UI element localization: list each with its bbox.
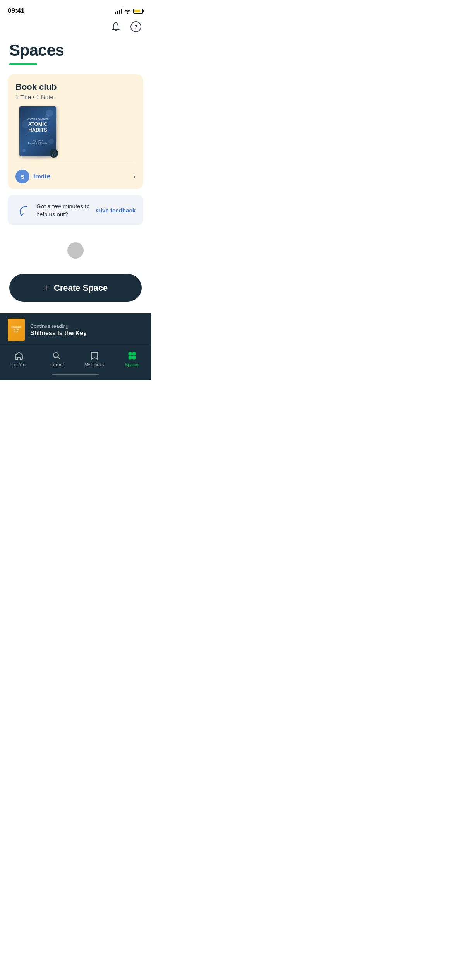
search-icon [51,351,62,361]
feedback-text-area: Got a few minutes to help us out? [36,202,91,218]
tab-explore-label: Explore [50,362,64,367]
help-icon: ? [130,21,142,33]
continue-label: Continue reading [30,323,143,329]
continue-book-cover-text: STILLNESSIS THEKEY [12,326,21,333]
give-feedback-link[interactable]: Give feedback [96,207,136,214]
svg-rect-6 [129,356,132,359]
battery-icon [133,9,143,14]
audio-badge: 🎵 [50,149,58,158]
signal-icon [115,8,122,14]
tab-spaces-label: Spaces [125,362,139,367]
book-title: ATOMICHABITS [28,122,47,133]
continue-text-area: Continue reading Stillness Is the Key [30,323,143,337]
header-actions: ? [0,19,151,38]
book-cover-area: James Clear ATOMICHABITS Tiny Habits,Rem… [15,106,136,161]
card-title: Book club [15,82,136,92]
chevron-right-icon: › [133,173,136,181]
bell-icon [110,21,121,32]
tab-my-library[interactable]: My Library [76,348,113,369]
home-indicator-bar [52,374,99,375]
bookmark-icon [89,351,100,361]
tab-bar: For You Explore My Library Space [0,345,151,371]
grid-icon [127,351,137,361]
feedback-prompt: Got a few minutes to help us out? [36,203,90,218]
invite-text: Invite [33,173,50,180]
notifications-button[interactable] [108,19,123,34]
create-space-button[interactable]: + Create Space [9,274,142,302]
tab-my-library-label: My Library [84,362,104,367]
card-footer: S Invite › [15,164,136,189]
pagination-area [0,235,151,266]
feedback-card: Got a few minutes to help us out? Give f… [8,195,143,225]
svg-rect-7 [132,356,136,359]
page-title-section: Spaces [0,38,151,65]
arrow-icon [15,202,31,218]
svg-rect-5 [132,352,136,355]
book-club-card[interactable]: Book club 1 Title • 1 Note James Clear A… [8,74,143,189]
book-cover: James Clear ATOMICHABITS Tiny Habits,Rem… [19,106,56,156]
tab-for-you-label: For You [12,362,26,367]
continue-book-name: Stillness Is the Key [30,330,143,337]
user-avatar: S [15,170,29,183]
status-time: 09:41 [8,7,24,15]
svg-text:?: ? [134,24,138,30]
page-title: Spaces [9,41,142,60]
status-bar: 09:41 [0,0,151,19]
book-subtitle: Tiny Habits,Remarkable Results [28,139,48,145]
wifi-icon [124,9,131,14]
home-icon [14,351,24,361]
continue-book-cover: STILLNESSIS THEKEY [8,319,25,341]
continue-reading-bar[interactable]: STILLNESSIS THEKEY Continue reading Stil… [0,313,151,345]
home-indicator [0,371,151,380]
card-subtitle: 1 Title • 1 Note [15,94,136,100]
tab-explore[interactable]: Explore [38,348,76,369]
tab-spaces[interactable]: Spaces [113,348,151,369]
create-space-label: Create Space [54,283,108,293]
create-space-area: + Create Space [0,266,151,313]
pagination-dot [67,242,84,259]
main-content: Book club 1 Title • 1 Note James Clear A… [0,65,151,225]
book-author: James Clear [27,117,48,120]
plus-icon: + [43,282,49,294]
status-icons [115,8,143,14]
svg-rect-4 [129,352,132,355]
invite-area[interactable]: S Invite [15,170,50,183]
svg-point-0 [115,22,116,23]
help-button[interactable]: ? [129,19,143,34]
tab-for-you[interactable]: For You [0,348,38,369]
